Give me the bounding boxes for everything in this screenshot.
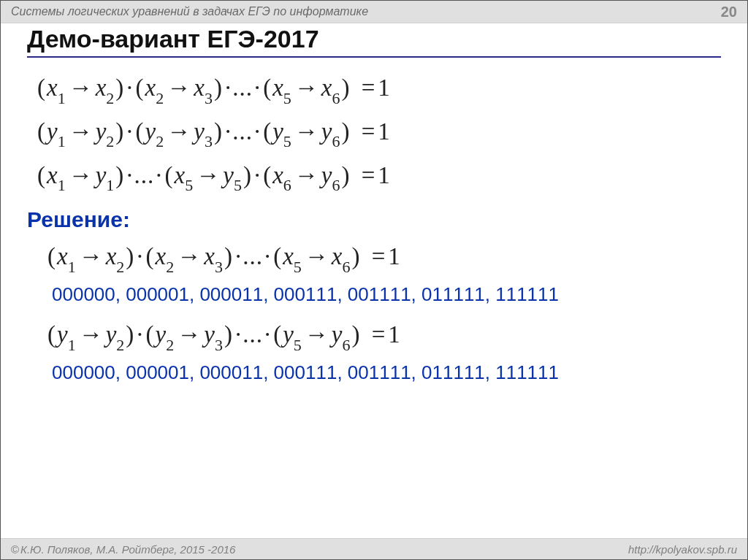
slide: Системы логических уравнений в задачах Е… — [0, 0, 748, 560]
footer-bar: ©К.Ю. Поляков, М.А. Ройтберг, 2015 -2016… — [1, 538, 747, 559]
equation-row-3: (x1→y1)·...·(x5→y5)·(x6→y6) =1 — [36, 154, 721, 198]
header-topic: Системы логических уравнений в задачах Е… — [11, 5, 368, 18]
equation-system: (x1→x2)·(x2→x3)·...·(x5→x6) =1 (y1→y2)·(… — [27, 66, 721, 197]
solution-eq-row-y: (y1→y2)·(y2→y3)·...·(y5→y6) =1 — [46, 313, 721, 357]
copyright-symbol: © — [11, 543, 20, 556]
footer-url: http://kpolyakov.spb.ru — [628, 543, 737, 556]
solution-eq-2: (y1→y2)·(y2→y3)·...·(y5→y6) =1 — [27, 313, 721, 357]
header-bar: Системы логических уравнений в задачах Е… — [1, 1, 747, 23]
bitrow-2: 000000, 000001, 000011, 000111, 001111, … — [27, 361, 721, 384]
solution-heading: Решение: — [27, 207, 721, 232]
bitrow-1: 000000, 000001, 000011, 000111, 001111, … — [27, 283, 721, 306]
slide-title: Демо-вариант ЕГЭ-2017 — [27, 25, 721, 53]
title-underline — [27, 56, 721, 58]
solution-eq-row-x: (x1→x2)·(x2→x3)·...·(x5→x6) =1 — [46, 235, 721, 279]
solution-eq-1: (x1→x2)·(x2→x3)·...·(x5→x6) =1 — [27, 235, 721, 279]
footer-authors: ©К.Ю. Поляков, М.А. Ройтберг, 2015 -2016 — [11, 543, 235, 556]
equation-row-1: (x1→x2)·(x2→x3)·...·(x5→x6) =1 — [36, 66, 721, 110]
equation-row-2: (y1→y2)·(y2→y3)·...·(y5→y6) =1 — [36, 110, 721, 154]
page-number: 20 — [721, 4, 737, 20]
content-area: Демо-вариант ЕГЭ-2017 (x1→x2)·(x2→x3)·..… — [1, 23, 747, 384]
